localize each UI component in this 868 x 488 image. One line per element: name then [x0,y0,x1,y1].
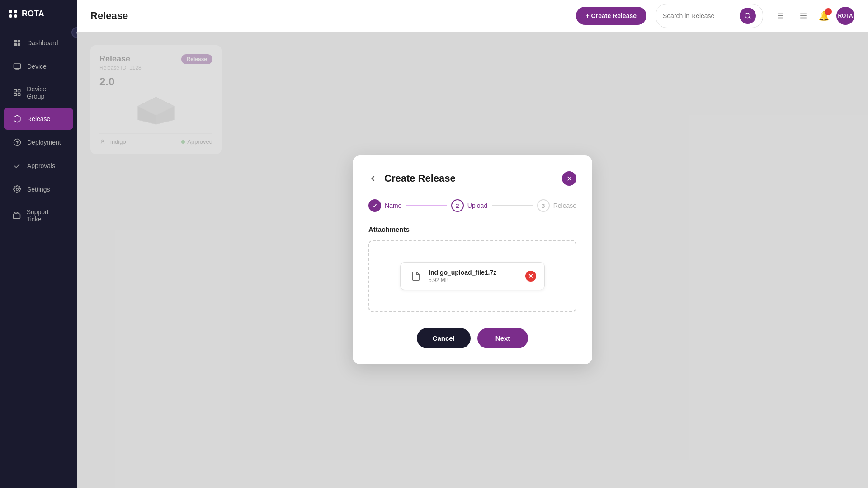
step-upload: 2 Upload [451,199,487,212]
modal-buttons: Cancel Next [368,328,576,348]
modal-back-button[interactable] [368,174,377,183]
app-name: ROTA [22,9,44,19]
step-line-2 [492,205,532,206]
step-2-circle: 2 [451,199,464,212]
svg-rect-2 [14,43,17,46]
attachments-label: Attachments [368,225,576,233]
file-item: Indigo_upload_file1.7z 5.92 MB ✕ [400,262,545,290]
filter-button[interactable] [772,8,788,24]
sidebar-item-deployment[interactable]: Deployment [4,131,73,153]
page-title: Release [90,10,567,22]
sidebar-item-approvals[interactable]: Approvals [4,155,73,177]
next-button[interactable]: Next [477,328,528,348]
search-button[interactable] [740,8,756,24]
sidebar-nav: Dashboard Device Device Group Release De… [0,28,77,488]
topbar: Release + Create Release 🔔 ROTA [77,0,868,32]
search-input[interactable] [663,12,735,19]
support-ticket-icon [13,211,21,220]
sidebar: ROTA ‹ Dashboard Device Device Group Rel… [0,0,77,488]
sidebar-item-support-ticket[interactable]: Support Ticket [4,202,73,229]
step-3-circle: 3 [537,199,550,212]
svg-rect-1 [18,40,20,42]
svg-point-10 [16,188,19,191]
svg-rect-7 [14,94,16,96]
svg-point-12 [745,13,750,18]
svg-rect-0 [14,40,17,42]
sidebar-item-label: Settings [27,186,50,193]
step-name: ✓ Name [368,199,401,212]
svg-rect-3 [18,43,20,46]
sidebar-item-label: Support Ticket [27,208,64,223]
sidebar-item-label: Device Group [27,85,64,100]
modal-close-button[interactable]: ✕ [562,171,576,186]
svg-rect-4 [14,64,21,69]
settings-icon [13,185,22,194]
step-release: 3 Release [537,199,576,212]
logo-icon [9,10,17,18]
create-release-button[interactable]: + Create Release [576,7,646,25]
file-size: 5.92 MB [429,277,520,283]
device-group-icon [13,88,21,97]
sidebar-item-label: Deployment [27,139,61,146]
notification-button[interactable]: 🔔 [818,10,830,21]
dashboard-icon [13,38,22,47]
steps-indicator: ✓ Name 2 Upload 3 Release [368,199,576,212]
modal-header: Create Release ✕ [368,171,576,186]
sidebar-item-label: Device [27,63,47,70]
search-bar [656,4,763,28]
step-2-label: Upload [467,202,487,209]
sidebar-item-label: Dashboard [27,39,58,47]
step-3-label: Release [553,202,576,209]
app-logo: ROTA [0,0,77,28]
modal-overlay: Create Release ✕ ✓ Name 2 Upload [77,32,868,488]
sidebar-item-dashboard[interactable]: Dashboard [4,32,73,54]
sidebar-item-settings[interactable]: Settings [4,178,73,200]
svg-rect-5 [14,89,16,92]
sidebar-item-release[interactable]: Release [4,108,73,130]
modal-title: Create Release [384,173,555,184]
create-release-modal: Create Release ✕ ✓ Name 2 Upload [353,155,592,364]
release-icon [13,114,22,123]
main-content: Release + Create Release 🔔 ROTA [77,0,868,488]
file-drop-zone[interactable]: Indigo_upload_file1.7z 5.92 MB ✕ [368,240,576,312]
avatar-text: ROTA [838,13,853,19]
svg-rect-8 [18,94,20,96]
step-1-circle: ✓ [368,199,381,212]
topbar-icons: 🔔 ROTA [772,7,854,25]
step-1-label: Name [385,202,401,209]
notification-badge [825,8,832,15]
menu-button[interactable] [795,8,811,24]
file-icon [409,269,423,283]
approvals-icon [13,161,22,170]
svg-rect-11 [14,214,20,219]
cancel-button[interactable]: Cancel [417,328,471,348]
sidebar-item-device[interactable]: Device [4,56,73,77]
avatar[interactable]: ROTA [836,7,854,25]
file-info: Indigo_upload_file1.7z 5.92 MB [429,269,520,283]
file-remove-button[interactable]: ✕ [525,271,536,282]
create-release-label: + Create Release [586,12,637,19]
svg-rect-6 [18,89,20,92]
sidebar-item-device-group[interactable]: Device Group [4,79,73,106]
deployment-icon [13,138,22,147]
sidebar-item-label: Release [27,115,50,122]
content-area: Release Release ID: 1128 Release 2.0 ind… [77,32,868,488]
step-line-1 [406,205,446,206]
sidebar-item-label: Approvals [27,162,55,169]
device-icon [13,62,22,71]
file-name: Indigo_upload_file1.7z [429,269,520,276]
